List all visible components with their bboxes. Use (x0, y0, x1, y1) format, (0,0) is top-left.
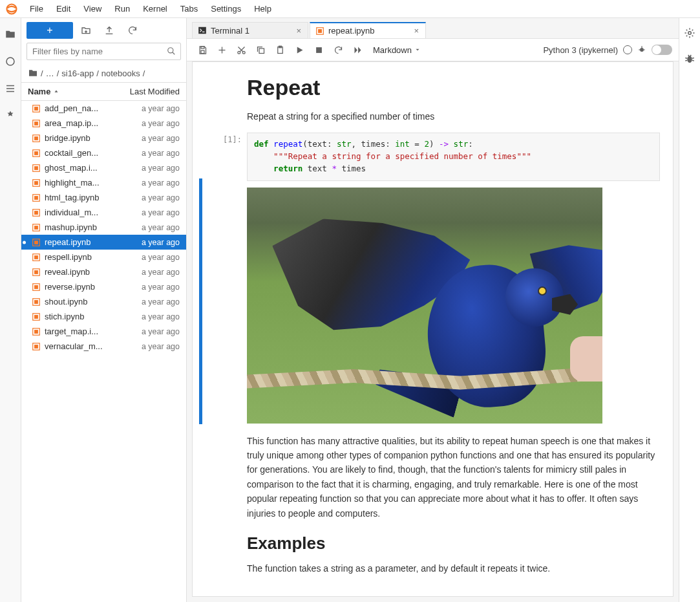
tab-repeat-ipynb[interactable]: repeat.ipynb× (310, 22, 426, 38)
file-row[interactable]: area_map.ip...a year ago (21, 116, 186, 131)
file-row[interactable]: target_map.i...a year ago (21, 324, 186, 339)
folder-icon[interactable] (5, 28, 16, 40)
property-inspector-icon[interactable] (684, 27, 695, 39)
restart-icon[interactable] (329, 41, 347, 58)
file-row[interactable]: stich.ipynba year ago (21, 309, 186, 324)
file-modified: a year ago (142, 149, 180, 158)
file-row[interactable]: ghost_map.i...a year ago (21, 160, 186, 175)
running-icon[interactable] (5, 56, 16, 67)
menu-help[interactable]: Help (248, 1, 278, 16)
file-row[interactable]: respell.ipynba year ago (21, 250, 186, 264)
file-name: target_map.i... (45, 327, 98, 336)
notebook-toolbar: Markdown Python 3 (ipykernel) (187, 38, 679, 61)
save-icon[interactable] (193, 41, 211, 58)
svg-rect-43 (198, 27, 206, 34)
run-icon[interactable] (290, 41, 308, 58)
file-modified: a year ago (142, 342, 180, 351)
paste-icon[interactable] (271, 41, 289, 58)
column-name[interactable]: Name (28, 87, 59, 96)
breadcrumb-part[interactable]: si16-app (61, 69, 94, 78)
svg-rect-14 (34, 136, 38, 140)
file-row[interactable]: reveal.ipynba year ago (21, 264, 186, 279)
extension-icon[interactable] (5, 110, 16, 122)
add-cell-icon[interactable] (213, 41, 231, 58)
new-launcher-button[interactable]: + (27, 22, 73, 39)
menu-tabs[interactable]: Tabs (174, 1, 204, 16)
file-row[interactable]: reverse.ipynba year ago (21, 279, 186, 294)
breadcrumb-part[interactable]: notebooks (101, 69, 140, 78)
svg-point-62 (688, 32, 692, 35)
file-modified: a year ago (142, 223, 180, 232)
notebook-icon (32, 134, 41, 143)
file-row[interactable]: highlight_ma...a year ago (21, 175, 186, 190)
file-row[interactable]: shout.ipynba year ago (21, 294, 186, 309)
file-row[interactable]: bridge.ipynba year ago (21, 131, 186, 145)
notebook-icon (32, 164, 41, 173)
file-modified: a year ago (142, 193, 180, 202)
file-row[interactable]: individual_m...a year ago (21, 205, 186, 220)
file-modified: a year ago (142, 297, 180, 306)
menubar: FileEditViewRunKernelTabsSettingsHelp (0, 0, 700, 18)
kernel-idle-icon[interactable] (623, 45, 632, 54)
menu-settings[interactable]: Settings (204, 1, 248, 16)
notebook-area[interactable]: Repeat Repeat a string for a specified n… (192, 61, 673, 597)
right-activity-bar (679, 18, 700, 602)
notebook-icon (32, 104, 41, 113)
filter-files-input[interactable] (27, 43, 181, 60)
notebook-icon (32, 312, 41, 321)
debug-toggle[interactable] (652, 45, 672, 55)
file-name: area_map.ip... (45, 118, 98, 128)
kernel-name[interactable]: Python 3 (ipykernel) (543, 45, 618, 55)
file-modified: a year ago (142, 238, 180, 247)
file-row[interactable]: repeat.ipynba year ago (21, 235, 186, 250)
file-modified: a year ago (142, 327, 180, 336)
cut-icon[interactable] (232, 41, 250, 58)
menu-edit[interactable]: Edit (50, 1, 77, 16)
file-name: respell.ipynb (45, 252, 92, 262)
svg-rect-16 (34, 151, 38, 155)
file-row[interactable]: cocktail_gen...a year ago (21, 145, 186, 160)
svg-rect-18 (34, 166, 38, 170)
menu-view[interactable]: View (77, 1, 108, 16)
bug-icon[interactable] (637, 45, 646, 54)
svg-rect-32 (34, 270, 38, 274)
notebook-icon (32, 119, 41, 128)
file-name: mashup.ipynb (45, 222, 97, 232)
menu-run[interactable]: Run (108, 1, 136, 16)
file-row[interactable]: vernacular_m...a year ago (21, 339, 186, 354)
notebook-icon (32, 178, 41, 188)
breadcrumb: / … / si16-app / notebooks / (21, 64, 186, 82)
file-name: vernacular_m... (45, 341, 103, 351)
restart-run-all-icon[interactable] (348, 41, 366, 58)
column-modified[interactable]: Last Modified (130, 87, 180, 96)
svg-rect-20 (34, 181, 38, 185)
active-cell-indicator (199, 178, 202, 424)
upload-icon[interactable] (99, 22, 120, 39)
file-row[interactable]: html_tag.ipynba year ago (21, 190, 186, 205)
tab-icon (315, 27, 328, 36)
notebook-icon (32, 253, 41, 262)
file-name: stich.ipynb (45, 312, 84, 321)
tab-terminal-1[interactable]: Terminal 1× (192, 22, 308, 38)
folder-icon[interactable] (28, 68, 38, 78)
svg-line-64 (685, 58, 687, 59)
close-icon[interactable]: × (412, 26, 420, 36)
breadcrumb-root[interactable]: / (41, 69, 43, 78)
toc-icon[interactable] (5, 83, 16, 94)
debugger-icon[interactable] (684, 53, 695, 65)
file-row[interactable]: add_pen_na...a year ago (21, 101, 186, 116)
menu-kernel[interactable]: Kernel (136, 1, 174, 16)
left-activity-bar (0, 18, 21, 602)
cell-type-selector[interactable]: Markdown (368, 45, 426, 55)
menu-file[interactable]: File (23, 1, 50, 16)
breadcrumb-ellipsis[interactable]: … (46, 69, 54, 78)
cell-prompt: [1]: (206, 133, 247, 180)
file-row[interactable]: mashup.ipynba year ago (21, 220, 186, 235)
svg-rect-36 (34, 300, 38, 304)
stop-icon[interactable] (310, 41, 328, 58)
copy-icon[interactable] (251, 41, 270, 58)
close-icon[interactable]: × (295, 26, 302, 36)
new-folder-icon[interactable] (76, 22, 96, 39)
refresh-icon[interactable] (122, 22, 143, 39)
code-cell[interactable]: def repeat(text: str, times: int = 2) ->… (247, 133, 660, 180)
